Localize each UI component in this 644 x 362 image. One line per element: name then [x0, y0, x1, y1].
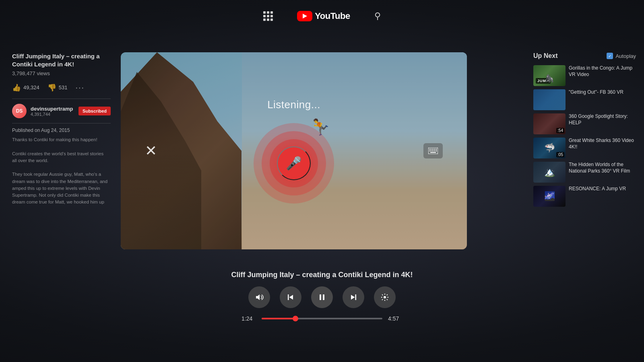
- playlist-item-resonance[interactable]: 🌌 RESONANCE: A Jump VR: [533, 186, 636, 207]
- playlist-info-sharks: Great White Sharks 360 Video 4K!!: [569, 138, 636, 158]
- next-button[interactable]: [343, 286, 364, 308]
- listening-text: Listening...: [267, 99, 320, 111]
- video-player[interactable]: 🏃 Listening... 🎤 ✕: [121, 52, 467, 249]
- keyboard-icon: [428, 148, 438, 154]
- playlist-thumb-gorillas: JUMP 🦍: [533, 65, 566, 86]
- playlist-thumb-google-spotlight: :54: [533, 113, 566, 134]
- playlist-info-resonance: RESONANCE: A Jump VR: [569, 186, 636, 207]
- dislike-item[interactable]: 👎 531: [47, 83, 68, 92]
- channel-avatar[interactable]: DS: [12, 104, 27, 118]
- svg-rect-6: [431, 150, 433, 151]
- playlist-title-sharks: Great White Sharks 360 Video 4K!!: [569, 138, 636, 150]
- playlist-thumb-hidden-worlds: 🏔️: [533, 162, 566, 183]
- current-time: 1:24: [242, 315, 256, 322]
- desc-line2: Contiki creates the world's best travel …: [12, 150, 111, 157]
- youtube-icon: [297, 11, 312, 21]
- microphone-button[interactable]: 🎤: [277, 146, 311, 180]
- video-background: 🏃 Listening... 🎤 ✕: [121, 52, 467, 249]
- svg-rect-8: [436, 150, 437, 151]
- youtube-text: YouTube: [315, 11, 350, 21]
- like-item[interactable]: 👍 49,324: [12, 83, 39, 92]
- svg-rect-12: [323, 294, 324, 300]
- svg-rect-4: [436, 149, 437, 150]
- playlist-info-getting-out: "Getting Out"- FB 360 VR: [569, 89, 636, 110]
- playlist-title-getting-out: "Getting Out"- FB 360 VR: [569, 89, 636, 96]
- playlist-item-hidden-worlds[interactable]: 🏔️ The Hidden Worlds of the National Par…: [533, 162, 636, 183]
- close-voice-button[interactable]: ✕: [145, 142, 157, 159]
- up-next-panel: Up Next ✓ Autoplay JUMP 🦍 Gorillas in th…: [525, 52, 644, 210]
- desc-line8: dream come true for Matt, we hooked him …: [12, 199, 111, 206]
- svg-rect-13: [355, 294, 357, 300]
- like-bar: 👍 49,324 👎 531 ···: [12, 83, 111, 92]
- desc-line5: dream was to dive into the Mediterranean…: [12, 178, 111, 185]
- pause-button[interactable]: [311, 286, 333, 308]
- playlist-thumb-sharks: :05 🦈: [533, 138, 566, 158]
- svg-rect-9: [430, 152, 436, 153]
- volume-button[interactable]: [248, 286, 270, 308]
- video-views: 3,798,477 views: [12, 70, 111, 76]
- settings-button[interactable]: [374, 286, 396, 308]
- progress-track[interactable]: [262, 318, 382, 319]
- publish-date: Published on Aug 24, 2015: [12, 128, 111, 133]
- progress-knob: [293, 316, 298, 321]
- bottom-controls: Cliff Jumping Italy – creating a Contiki…: [0, 271, 644, 322]
- svg-rect-1: [429, 149, 431, 150]
- up-next-header: Up Next ✓ Autoplay: [533, 52, 636, 60]
- playlist-info-hidden-worlds: The Hidden Worlds of the National Parks …: [569, 162, 636, 183]
- grid-menu-icon[interactable]: [263, 11, 273, 21]
- previous-button[interactable]: [280, 286, 301, 308]
- svg-rect-3: [433, 149, 435, 150]
- top-navigation: YouTube ⚲: [0, 0, 644, 32]
- autoplay-label: Autoplay: [615, 53, 636, 59]
- autoplay-checkbox[interactable]: ✓: [607, 53, 613, 59]
- playlist-title-resonance: RESONANCE: A Jump VR: [569, 186, 636, 192]
- youtube-logo[interactable]: YouTube: [297, 11, 350, 21]
- channel-subs: 4,391,744: [31, 112, 74, 117]
- skip-next-icon: [349, 293, 358, 302]
- playlist-title-google-spotlight: 360 Google Spotlight Story: HELP: [569, 113, 636, 126]
- duration-google-spotlight: :54: [556, 128, 564, 133]
- svg-point-14: [384, 296, 386, 298]
- volume-icon: [255, 293, 264, 302]
- keyboard-button[interactable]: [423, 143, 443, 158]
- desc-line6: amped this up to extreme levels with Dev…: [12, 185, 111, 192]
- desc-line7: Supertramp. Not only did Contiki make th…: [12, 192, 111, 199]
- pause-icon: [318, 293, 326, 302]
- subscribe-button[interactable]: Subscribed: [78, 107, 111, 115]
- like-count: 49,324: [23, 84, 39, 90]
- playlist-item-getting-out[interactable]: "Getting Out"- FB 360 VR: [533, 89, 636, 110]
- up-next-title: Up Next: [533, 52, 557, 60]
- more-options-icon[interactable]: ···: [75, 83, 85, 92]
- desc-line3: all over the world.: [12, 157, 111, 164]
- thumbs-up-icon: 👍: [12, 83, 21, 92]
- svg-rect-10: [288, 294, 289, 300]
- playlist-thumb-resonance: 🌌: [533, 186, 566, 207]
- playlist-title-hidden-worlds: The Hidden Worlds of the National Parks …: [569, 162, 636, 174]
- video-title-side: Cliff Jumping Italy – creating a Contiki…: [12, 52, 111, 68]
- playlist-item-google-spotlight[interactable]: :54 360 Google Spotlight Story: HELP: [533, 113, 636, 134]
- desc-line4: They took regular Aussie guy, Matt, who'…: [12, 171, 111, 178]
- channel-name[interactable]: devinsupertramp: [31, 106, 74, 112]
- skip-previous-icon: [286, 293, 295, 302]
- search-icon[interactable]: ⚲: [374, 11, 381, 21]
- progress-bar-container[interactable]: 1:24 4:57: [242, 315, 402, 322]
- total-time: 4:57: [388, 315, 402, 322]
- svg-rect-7: [433, 150, 435, 151]
- voice-search-overlay: Listening... 🎤: [121, 52, 467, 249]
- autoplay-row[interactable]: ✓ Autoplay: [607, 53, 636, 59]
- channel-row: DS devinsupertramp 4,391,744 Subscribed: [12, 104, 111, 118]
- playlist-item-sharks[interactable]: :05 🦈 Great White Sharks 360 Video 4K!!: [533, 138, 636, 158]
- playlist-info-gorillas: Gorillas in the Congo: A Jump VR Video: [569, 65, 636, 86]
- video-title-bottom: Cliff Jumping Italy – creating a Contiki…: [231, 271, 413, 279]
- divider: [12, 99, 111, 99]
- playlist-title-gorillas: Gorillas in the Congo: A Jump VR Video: [569, 65, 636, 78]
- playlist-thumb-getting-out: [533, 89, 566, 110]
- video-info-panel: Cliff Jumping Italy – creating a Contiki…: [0, 52, 119, 206]
- thumbs-down-icon: 👎: [47, 83, 56, 92]
- svg-rect-2: [431, 149, 433, 150]
- dislike-count: 531: [59, 84, 68, 90]
- microphone-icon: 🎤: [286, 156, 302, 171]
- channel-info: devinsupertramp 4,391,744: [31, 106, 74, 117]
- playlist-info-google-spotlight: 360 Google Spotlight Story: HELP: [569, 113, 636, 134]
- playlist-item-gorillas[interactable]: JUMP 🦍 Gorillas in the Congo: A Jump VR …: [533, 65, 636, 86]
